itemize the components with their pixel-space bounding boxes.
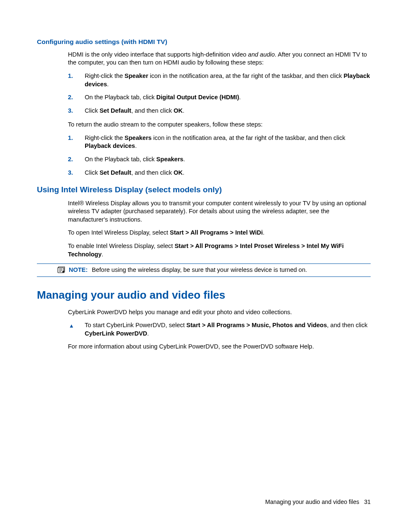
section-body: CyberLink PowerDVD helps you manage and … [68, 308, 371, 351]
paragraph: CyberLink PowerDVD helps you manage and … [68, 308, 371, 317]
section-body: Intel® Wireless Display allows you to tr… [68, 199, 371, 258]
section-managing-files: Managing your audio and video files Cybe… [37, 288, 371, 351]
footer-title: Managing your audio and video files [265, 498, 359, 505]
heading-configuring-audio: Configuring audio settings (with HDMI TV… [37, 38, 371, 46]
paragraph: To open Intel Wireless Display, select S… [68, 229, 371, 237]
list-number: 2. [68, 155, 73, 164]
heading-managing-files: Managing your audio and video files [37, 288, 371, 302]
paragraph: To enable Intel Wireless Display, select… [68, 242, 371, 258]
steps-list-b: 1.Right-click the Speakers icon in the n… [68, 134, 371, 177]
note-content: NOTE:Before using the wireless display, … [69, 266, 371, 274]
triangle-list-item: ▲ To start CyberLink PowerDVD, select St… [68, 321, 371, 338]
footer-page-number: 31 [364, 498, 371, 505]
list-item: 3.Click Set Default, and then click OK. [68, 169, 371, 177]
note-callout: NOTE:Before using the wireless display, … [37, 263, 371, 277]
list-number: 3. [68, 107, 73, 115]
list-number: 2. [68, 93, 73, 102]
section-body: HDMI is the only video interface that su… [68, 51, 371, 177]
list-item: 1.Right-click the Speakers icon in the n… [68, 134, 371, 150]
return-paragraph: To return the audio stream to the comput… [68, 121, 371, 129]
triangle-bullet-icon: ▲ [69, 322, 74, 330]
paragraph: For more information about using CyberLi… [68, 343, 371, 351]
steps-list-a: 1.Right-click the Speaker icon in the no… [68, 72, 371, 115]
list-item: 2.On the Playback tab, click Digital Out… [68, 93, 371, 102]
list-item: 3.Click Set Default, and then click OK. [68, 107, 371, 115]
list-number: 3. [68, 169, 73, 177]
note-icon [57, 266, 66, 274]
list-item: 2.On the Playback tab, click Speakers. [68, 155, 371, 164]
section-intel-wireless: Using Intel Wireless Display (select mod… [37, 184, 371, 277]
page-footer: Managing your audio and video files 31 [265, 498, 371, 506]
heading-intel-wireless: Using Intel Wireless Display (select mod… [37, 184, 371, 195]
list-number: 1. [68, 134, 73, 142]
intro-paragraph: HDMI is the only video interface that su… [68, 51, 371, 67]
note-label: NOTE: [69, 266, 88, 273]
list-number: 1. [68, 72, 73, 80]
section-configuring-audio: Configuring audio settings (with HDMI TV… [37, 38, 371, 177]
italic-and-audio: and audio [248, 51, 275, 58]
list-item: 1.Right-click the Speaker icon in the no… [68, 72, 371, 88]
paragraph: Intel® Wireless Display allows you to tr… [68, 199, 371, 224]
